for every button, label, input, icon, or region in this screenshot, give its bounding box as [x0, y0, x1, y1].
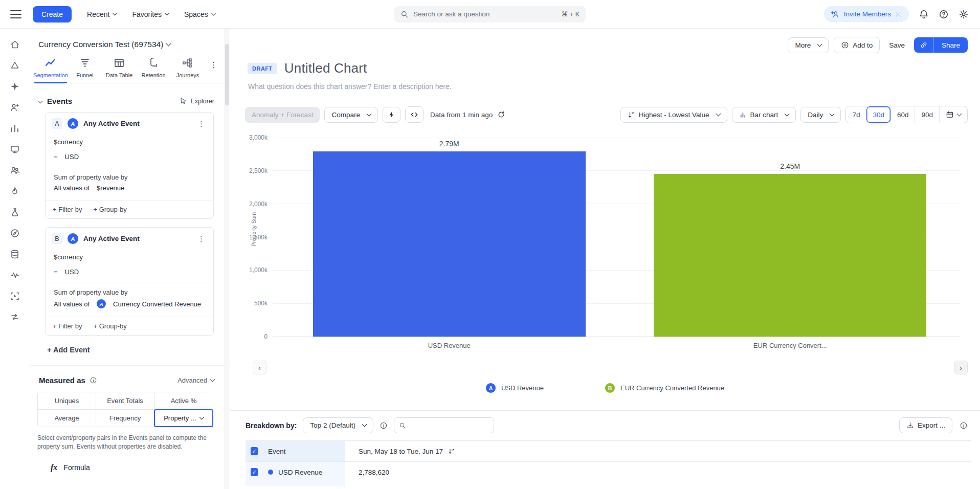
tab-segmentation[interactable]: Segmentation — [35, 57, 66, 83]
table-row: ✓ USD Revenue 2,788,620 — [246, 461, 971, 482]
group-by-button[interactable]: + Group-by — [93, 322, 126, 330]
project-selector[interactable]: Currency Conversion Test (697534) — [30, 29, 230, 49]
measure-option-property-sum[interactable]: Property ... — [154, 410, 213, 427]
range-90d[interactable]: 90d — [915, 106, 939, 123]
page-right-button[interactable]: › — [954, 361, 968, 374]
tab-data-table[interactable]: Data Table — [104, 57, 135, 83]
charts-icon[interactable] — [7, 60, 23, 71]
close-icon[interactable] — [895, 11, 902, 17]
copy-link-button[interactable] — [914, 37, 933, 53]
info-icon[interactable] — [960, 421, 968, 430]
save-button[interactable]: Save — [885, 38, 909, 53]
data-database-icon[interactable] — [7, 249, 23, 260]
tab-journeys[interactable]: Journeys — [172, 57, 203, 83]
event-b-menu[interactable]: ⋮ — [195, 235, 207, 242]
quick-insights-button[interactable] — [383, 107, 400, 123]
info-icon[interactable] — [90, 376, 97, 384]
metrics-bar-chart-icon[interactable] — [7, 123, 23, 134]
more-button[interactable]: More — [788, 37, 829, 53]
settings-gear-icon[interactable] — [959, 9, 969, 19]
formula-button[interactable]: fx Formula — [51, 463, 230, 472]
legend-item-b[interactable]: B EUR Currency Converted Revenue — [605, 383, 724, 393]
range-60d[interactable]: 60d — [890, 106, 915, 123]
sort-order-selector[interactable]: Highest - Lowest Value — [620, 107, 727, 123]
invite-user-icon[interactable] — [7, 102, 23, 113]
event-a-property[interactable]: $currency — [46, 135, 213, 149]
series-value-cell[interactable]: 2,788,620 — [345, 462, 971, 482]
chart-type-selector[interactable]: Bar chart — [732, 107, 796, 123]
range-7d[interactable]: 7d — [846, 106, 866, 123]
page-left-button[interactable]: ‹ — [253, 361, 266, 374]
spaces-menu[interactable]: Spaces — [184, 10, 215, 18]
signals-pulse-icon[interactable] — [7, 270, 23, 281]
chart-title[interactable]: Untitled Chart — [284, 60, 367, 76]
advanced-toggle[interactable]: Advanced — [177, 376, 214, 384]
hamburger-menu-icon[interactable] — [10, 10, 21, 18]
home-icon[interactable] — [7, 39, 23, 50]
filter-by-button[interactable]: + Filter by — [53, 206, 82, 213]
measure-option-frequency[interactable]: Frequency — [96, 410, 154, 427]
api-code-button[interactable] — [405, 106, 424, 123]
bar-usd-revenue[interactable] — [313, 151, 586, 337]
export-button[interactable]: Export ... — [899, 417, 952, 433]
select-all-checkbox[interactable]: ✓ — [251, 447, 258, 455]
range-30d[interactable]: 30d — [866, 106, 890, 123]
breakdown-search-input[interactable] — [394, 417, 494, 433]
notifications-bell-icon[interactable] — [919, 9, 929, 19]
event-a-header[interactable]: A A Any Active Event ⋮ — [46, 113, 213, 135]
event-column-header[interactable]: Event — [263, 441, 345, 461]
invite-members-button[interactable]: Invite Members — [824, 6, 909, 22]
measure-option-active-pct[interactable]: Active % — [154, 392, 213, 410]
event-b-property[interactable]: $currency — [46, 250, 213, 264]
event-b-condition[interactable]: = USD — [46, 264, 213, 282]
measure-option-event-totals[interactable]: Event Totals — [96, 392, 154, 410]
session-replay-icon[interactable] — [7, 291, 23, 302]
share-button[interactable]: Share — [933, 37, 968, 53]
experiments-flask-icon[interactable] — [7, 207, 23, 218]
anomaly-forecast-button[interactable]: Anomaly + Forecast — [245, 107, 320, 123]
audiences-icon[interactable] — [7, 165, 23, 176]
ask-ai-sparkle-icon[interactable] — [7, 81, 23, 92]
refresh-button[interactable] — [497, 110, 505, 119]
dashboards-icon[interactable] — [7, 144, 23, 155]
global-search-input[interactable]: Search or ask a question ⌘ + K — [394, 6, 586, 23]
tab-retention[interactable]: Retention — [138, 57, 169, 83]
event-b-header[interactable]: B A Any Active Event ⋮ — [46, 228, 213, 250]
breakdown-top-selector[interactable]: Top 2 (Default) — [303, 417, 373, 433]
series-name-cell[interactable]: USD Revenue — [263, 462, 345, 482]
panel-scrollbar-thumb[interactable] — [225, 44, 229, 105]
date-column-header[interactable]: Sun, May 18 to Tue, Jun 17 — [345, 441, 971, 461]
group-by-button[interactable]: + Group-by — [93, 206, 126, 213]
activation-flame-icon[interactable] — [7, 186, 23, 197]
compare-button[interactable]: Compare — [324, 107, 378, 123]
event-a-menu[interactable]: ⋮ — [195, 120, 207, 127]
workflows-swap-icon[interactable] — [7, 312, 23, 323]
legend-item-a[interactable]: A USD Revenue — [486, 383, 544, 393]
create-button[interactable]: Create — [33, 6, 72, 23]
chart-legend: A USD Revenue B EUR Currency Converted R… — [230, 383, 980, 393]
event-b-measure-property[interactable]: All values of A Currency Converted Reven… — [46, 299, 213, 315]
measure-option-average[interactable]: Average — [38, 410, 96, 427]
chart-description-placeholder[interactable]: What question does this chart answer? En… — [248, 82, 980, 91]
info-icon[interactable] — [380, 421, 388, 430]
explorer-button[interactable]: Explorer — [180, 97, 214, 105]
add-event-button[interactable]: + Add Event — [47, 346, 230, 354]
collapse-chevron-icon[interactable] — [38, 99, 42, 103]
help-icon[interactable] — [939, 9, 949, 19]
tabs-overflow-menu[interactable]: ⋮ — [210, 60, 217, 83]
row-checkbox[interactable]: ✓ — [251, 468, 258, 476]
favorites-menu[interactable]: Favorites — [132, 10, 169, 18]
custom-date-range-button[interactable] — [939, 106, 967, 123]
tab-funnel[interactable]: Funnel — [70, 57, 100, 83]
granularity-selector[interactable]: Daily — [800, 107, 841, 123]
bar-eur-converted-revenue[interactable] — [654, 174, 926, 337]
discover-compass-icon[interactable] — [7, 228, 23, 239]
filter-by-button[interactable]: + Filter by — [53, 322, 82, 330]
event-a-condition[interactable]: = USD — [46, 149, 213, 167]
add-to-button[interactable]: Add to — [834, 37, 880, 53]
search-placeholder: Search or ask a question — [413, 10, 562, 18]
recent-menu[interactable]: Recent — [87, 10, 117, 18]
measure-option-uniques[interactable]: Uniques — [38, 392, 96, 410]
event-a-measure-property[interactable]: All values of $revenue — [46, 184, 213, 198]
sort-desc-icon — [448, 448, 455, 455]
